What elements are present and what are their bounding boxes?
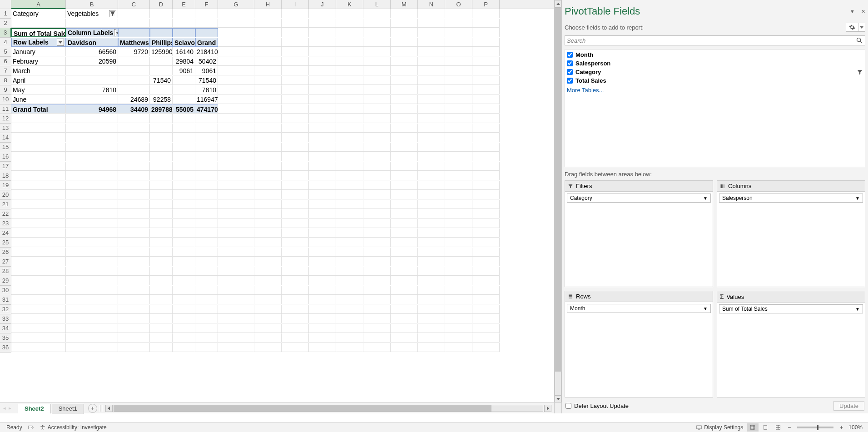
empty-cell[interactable] [195,152,218,161]
empty-cell[interactable] [472,228,500,238]
empty-cell[interactable] [445,28,472,37]
empty-cell[interactable] [150,257,173,266]
empty-cell[interactable] [218,305,254,314]
empty-cell[interactable] [282,295,309,304]
empty-cell[interactable] [173,276,195,285]
grand-total-cell[interactable]: 34409 [118,104,150,114]
empty-cell[interactable] [418,143,445,152]
empty-cell[interactable] [391,305,418,314]
empty-cell[interactable] [336,66,363,75]
empty-cell[interactable] [391,219,418,228]
filter-dropdown-button[interactable] [114,29,116,36]
row-header-29[interactable]: 29 [0,276,11,286]
empty-cell[interactable] [445,333,472,343]
empty-cell[interactable] [282,85,309,94]
empty-cell[interactable] [66,295,118,304]
empty-cell[interactable] [254,267,282,276]
empty-cell[interactable] [282,114,309,123]
empty-cell[interactable] [254,238,282,247]
empty-cell[interactable] [391,152,418,161]
empty-cell[interactable] [254,314,282,323]
row-header-7[interactable]: 7 [0,66,11,76]
empty-cell[interactable] [11,286,66,295]
empty-cell[interactable] [173,267,195,276]
empty-cell[interactable] [336,19,363,28]
empty-cell[interactable] [282,305,309,314]
row-label-march[interactable]: March [11,66,66,75]
empty-cell[interactable] [254,276,282,285]
empty-cell[interactable] [391,114,418,123]
empty-cell[interactable] [118,19,150,28]
empty-cell[interactable] [363,152,391,161]
empty-cell[interactable] [445,324,472,333]
zoom-slider[interactable] [797,427,833,428]
empty-cell[interactable] [218,57,254,66]
empty-cell[interactable] [418,190,445,199]
data-cell[interactable] [150,57,173,66]
empty-cell[interactable] [391,181,418,190]
empty-cell[interactable] [363,257,391,266]
column-header-P[interactable]: P [472,0,500,9]
empty-cell[interactable] [418,9,445,18]
empty-cell[interactable] [150,133,173,142]
field-item-month[interactable]: Month [566,50,864,59]
empty-cell[interactable] [218,257,254,266]
empty-cell[interactable] [173,190,195,199]
empty-cell[interactable] [173,200,195,209]
row-header-28[interactable]: 28 [0,267,11,276]
data-cell[interactable]: 9061 [173,66,195,75]
empty-cell[interactable] [391,95,418,104]
empty-cell[interactable] [118,171,150,180]
empty-cell[interactable] [173,314,195,323]
empty-cell[interactable] [391,324,418,333]
empty-cell[interactable] [363,66,391,75]
empty-cell[interactable] [11,162,66,171]
empty-cell[interactable] [150,343,173,352]
empty-cell[interactable] [282,104,309,114]
empty-cell[interactable] [418,19,445,28]
empty-cell[interactable] [282,9,309,18]
empty-cell[interactable] [309,190,336,199]
empty-cell[interactable] [218,133,254,142]
empty-cell[interactable] [309,143,336,152]
row-header-15[interactable]: 15 [0,143,11,152]
empty-cell[interactable] [363,314,391,323]
empty-cell[interactable] [472,295,500,304]
empty-cell[interactable] [472,38,500,47]
row-header-14[interactable]: 14 [0,133,11,143]
empty-cell[interactable] [11,228,66,238]
empty-cell[interactable] [472,314,500,323]
empty-cell[interactable] [309,343,336,352]
empty-cell[interactable] [418,114,445,123]
column-label-davidson[interactable]: Davidson [66,38,118,47]
empty-cell[interactable] [472,343,500,352]
field-checkbox[interactable] [567,69,573,75]
empty-cell[interactable] [218,124,254,133]
empty-cell[interactable] [150,228,173,238]
empty-cell[interactable] [336,133,363,142]
empty-cell[interactable] [445,38,472,47]
data-cell[interactable]: 7810 [66,85,118,94]
empty-cell[interactable] [472,28,500,37]
empty-cell[interactable] [391,295,418,304]
empty-cell[interactable] [309,114,336,123]
empty-cell[interactable] [282,209,309,218]
fields-layout-dropdown[interactable] [858,23,865,32]
empty-cell[interactable] [445,57,472,66]
empty-cell[interactable] [309,238,336,247]
row-header-22[interactable]: 22 [0,209,11,219]
empty-cell[interactable] [150,314,173,323]
empty-cell[interactable] [445,162,472,171]
empty-cell[interactable] [66,152,118,161]
row-header-19[interactable]: 19 [0,181,11,190]
empty-cell[interactable] [445,219,472,228]
empty-cell[interactable] [418,66,445,75]
empty-cell[interactable] [336,162,363,171]
empty-cell[interactable] [472,209,500,218]
empty-cell[interactable] [282,181,309,190]
empty-cell[interactable] [391,28,418,37]
empty-cell[interactable] [472,200,500,209]
empty-cell[interactable] [173,228,195,238]
field-checkbox[interactable] [567,52,573,58]
empty-cell[interactable] [472,276,500,285]
